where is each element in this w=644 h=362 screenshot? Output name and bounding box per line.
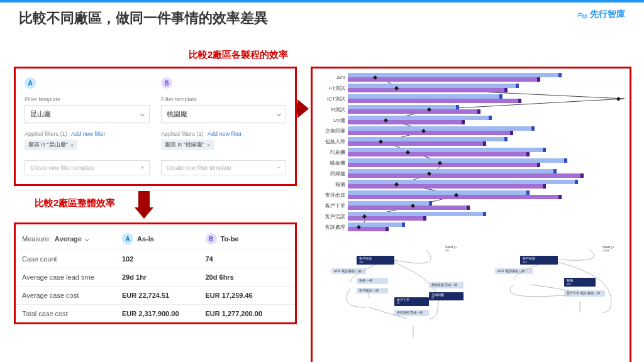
bar-label: SI測試 [315,106,348,113]
close-icon[interactable]: × [70,142,74,148]
filter-b-selected: 桃園廠 [167,109,187,119]
chevron-down-icon [140,112,145,116]
arrow-down-icon [138,191,150,210]
create-template-b[interactable]: Create new filter template+ [161,160,286,175]
bar-track [348,116,625,125]
process-node: 交期回覆51 [429,292,464,301]
bar-row: 客戶下單 [315,200,625,211]
bar-label: 安排出貨 [315,192,348,199]
filter-template-label: Filter template [161,96,286,102]
bar-row: 客戶洽談 [315,211,625,222]
bar-label: AOI [315,75,348,80]
chevron-down-icon [85,236,89,241]
add-filter-link-a[interactable]: Add new filter [71,131,106,137]
metric-tobe: 20d 6hrs [206,273,289,281]
measure-select[interactable]: Average [55,235,82,243]
page-title: 比較不同廠區，做同一件事情的效率差異 [19,9,268,28]
bar-row: 報價 [315,179,625,190]
metric-asis: EUR 2,317,900.00 [122,310,206,317]
process-node: 報價185 [564,278,596,287]
bar-row: 客訴處理 [315,222,625,233]
bar-label: 客戶下單 [315,202,348,209]
right-panel: AOIFT測試ICT測試SI測試UV爐交期回覆包裝入庫印刷機吸板機回焊爐報價安排… [311,67,631,362]
bar-track [348,84,625,93]
metric-asis: 102 [122,255,206,263]
bar-track [348,105,625,114]
bar-track [348,94,625,104]
bar-track [348,180,625,189]
bar-track [348,201,625,211]
metric-name: Case count [22,255,122,263]
add-filter-link-b[interactable]: Add new filter [208,131,242,137]
bar-label: ICT測試 [315,96,348,102]
bar-row: 印刷機 [315,147,625,158]
create-template-a[interactable]: Create new filter template+ [25,160,150,175]
bar-label: 客訴處理 [315,224,348,231]
metrics-annotation-label: 比較2廠區整體效率 [35,197,115,209]
process-node: 排程安排 完成一律 [394,310,429,316]
brand-wave-icon [577,11,587,18]
filter-template-label: Filter template [25,96,150,102]
metric-name: Total case cost [22,310,122,317]
header-tobe: To-be [221,235,239,243]
chart-annotation-label: 比較2廠區各製程的效率 [189,49,288,61]
filter-chip-b[interactable]: 廠區 is "桃園廠"× [161,140,214,150]
filter-badge-b: B [161,77,172,89]
bar-track [348,148,625,157]
metric-tobe: EUR 17,259.46 [206,292,289,299]
close-icon[interactable]: × [207,142,210,148]
bar-label: 報價 [315,181,348,188]
filter-card-b: B Filter template 桃園廠 Applied filters (1… [158,74,289,179]
metric-name: Average case lead time [22,273,122,281]
process-node: ACS 電話/書面一律 [331,268,366,275]
bar-label: 回焊爐 [315,170,348,177]
filter-card-a: A Filter template 昆山廠 Applied filters (1… [22,74,152,179]
bar-label: FT測試 [315,85,348,92]
brand-logo: 先行智庫 [577,9,625,20]
filter-a-select[interactable]: 昆山廠 [25,105,150,123]
bar-row: UV爐 [315,115,625,126]
process-node: 客戶洽談124 [520,256,558,265]
process-node: 產能確認 完成一律 [429,282,464,288]
start-node: Start ▷14(48) [602,244,614,252]
bar-track [348,212,625,221]
bar-label: 交期回覆 [315,128,348,134]
filter-b-select[interactable]: 桃園廠 [161,105,286,123]
metric-tobe: EUR 1,277,200.00 [206,310,289,317]
bar-row: FT測試 [315,83,625,94]
metric-asis: EUR 22,724.51 [122,292,206,299]
bar-track [348,169,625,178]
bar-label: 印刷機 [315,149,348,156]
bar-row: ICT測試 [315,94,625,104]
process-node: 客戶確認 一律 [357,288,388,294]
bar-track [348,73,625,82]
metric-name: Average case cost [22,292,122,299]
metric-asis: 29d 1hr [122,273,206,281]
process-node: 客戶下單 電話/書面一律 [564,290,605,297]
metrics-badge-a: A [122,233,133,244]
applied-filters-a: Applied filters (1) Add new filter [25,131,150,137]
start-node: Start ▷102 [445,244,457,252]
metric-row: Case count10274 [16,250,295,268]
bar-label: 客戶洽談 [315,213,348,220]
bar-track [348,126,625,136]
filter-a-selected: 昆山廠 [30,109,51,119]
metrics-panel: Measure: Average AAs-is BTo-be Case coun… [14,222,297,324]
bar-label: UV爐 [315,117,348,124]
bar-row: 安排出貨 [315,190,625,200]
filter-badge-a: A [25,77,36,89]
bar-label: 吸板機 [315,160,348,167]
filter-panel: A Filter template 昆山廠 Applied filters (1… [14,67,297,186]
bar-track [348,222,625,232]
measure-label: Measure: [22,235,51,243]
bar-row: SI測試 [315,104,625,115]
plus-icon: + [141,165,144,171]
filter-chip-a[interactable]: 廠區 is "昆山廠"× [25,140,77,150]
process-graph-b: Start ▷14(48) 客戶洽談124 ACS 電話/書面一律 報價185 … [489,244,614,358]
metrics-badge-b: B [206,233,217,244]
bar-track [348,137,625,146]
bar-row: 回焊爐 [315,168,625,179]
chevron-down-icon [277,112,281,116]
bar-label: 包裝入庫 [315,138,348,145]
process-node: 客戶下單75 [394,297,429,306]
